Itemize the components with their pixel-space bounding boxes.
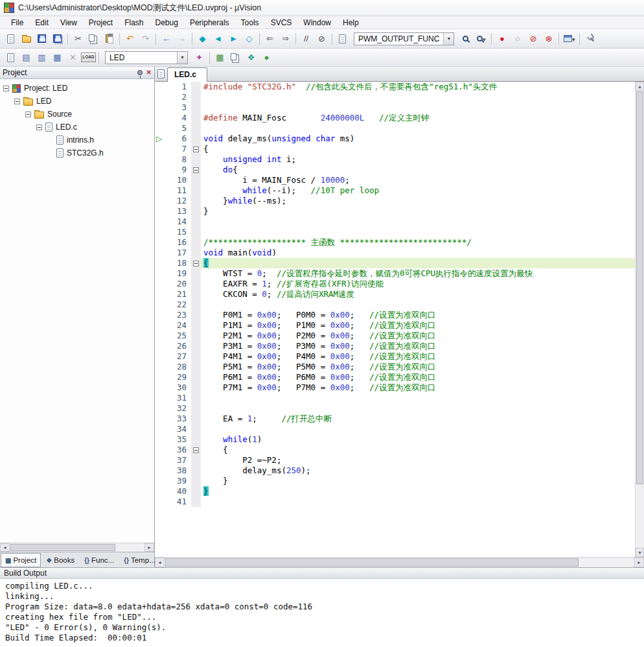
fold-collapse-icon[interactable]	[193, 447, 199, 453]
runtime-environment-icon[interactable]: ❖	[244, 51, 259, 65]
code-line-25[interactable]: 25 P2M1 = 0x00; P2M0 = 0x00; //设置为准双向口	[155, 331, 644, 341]
menu-svcs[interactable]: SVCS	[265, 16, 298, 29]
code-line-12[interactable]: 12 }while(--ms);	[155, 196, 644, 206]
code-line-19[interactable]: 19 WTST = 0; //设置程序指令延时参数，赋值为0可将CPU执行指令的…	[155, 268, 644, 279]
panel-tab-temp[interactable]: {}Temp...	[119, 553, 160, 567]
batch-build-icon[interactable]: ▦	[50, 51, 65, 65]
breakpoint-margin[interactable]	[155, 331, 165, 341]
code-line-3[interactable]: 3	[155, 102, 644, 113]
chevron-down-icon[interactable]	[443, 33, 454, 45]
code-line-11[interactable]: 11 while(--i); //10T per loop	[155, 185, 644, 196]
scroll-left-icon[interactable]	[0, 543, 10, 552]
collapse-icon[interactable]	[36, 124, 42, 130]
code-line-1[interactable]: 1#include "STC32G.h" //包含此头文件后，不需要再包含"re…	[155, 82, 644, 92]
scrollbar-thumb[interactable]	[165, 558, 579, 567]
breakpoint-margin[interactable]	[155, 497, 165, 507]
code-line-16[interactable]: 16/******************** 主函数 ************…	[155, 237, 644, 248]
breakpoint-kill-all-icon[interactable]: ⊗	[541, 32, 556, 46]
chevron-down-icon[interactable]	[177, 52, 187, 64]
breakpoint-margin[interactable]	[155, 258, 165, 268]
code-line-21[interactable]: 21 CKCON = 0; //提高访问XRAM速度	[155, 289, 644, 300]
menu-file[interactable]: File	[5, 16, 29, 29]
breakpoint-margin[interactable]	[155, 445, 165, 455]
breakpoint-margin[interactable]	[155, 175, 165, 185]
breakpoint-margin[interactable]	[155, 185, 165, 196]
uncomment-selection-icon[interactable]: ⊘	[314, 32, 329, 46]
cut-icon[interactable]: ✂	[71, 32, 86, 46]
pack-installer-icon[interactable]: ●	[259, 51, 274, 65]
menu-help[interactable]: Help	[337, 16, 365, 29]
breakpoint-margin[interactable]	[155, 351, 165, 362]
code-line-24[interactable]: 24 P1M1 = 0x00; P1M0 = 0x00; //设置为准双向口	[155, 320, 644, 331]
pin-icon[interactable]	[137, 70, 143, 75]
breakpoint-enable-icon[interactable]: ○	[510, 32, 525, 46]
window-layout-icon[interactable]	[562, 32, 577, 46]
fold-collapse-icon[interactable]	[193, 167, 199, 173]
paste-icon[interactable]	[102, 32, 117, 46]
breakpoint-margin[interactable]	[155, 393, 165, 403]
breakpoint-margin[interactable]	[155, 217, 165, 227]
breakpoint-margin[interactable]	[155, 113, 165, 123]
breakpoint-margin[interactable]	[155, 268, 165, 279]
breakpoint-margin[interactable]	[155, 486, 165, 497]
breakpoint-margin[interactable]	[155, 248, 165, 258]
tree-item-led[interactable]: LED	[0, 95, 154, 108]
code-line-33[interactable]: 33 EA = 1; //打开总中断	[155, 414, 644, 424]
breakpoint-margin[interactable]	[155, 476, 165, 486]
breakpoint-margin[interactable]	[155, 403, 165, 414]
code-line-26[interactable]: 26 P3M1 = 0x00; P3M0 = 0x00; //设置为准双向口	[155, 341, 644, 351]
breakpoint-margin[interactable]	[155, 289, 165, 300]
project-horizontal-scrollbar[interactable]	[0, 543, 154, 552]
tree-item-stc32g-h[interactable]: STC32G.h	[0, 147, 154, 159]
scroll-down-icon[interactable]	[636, 548, 644, 557]
code-line-18[interactable]: 18{	[155, 258, 644, 268]
tab-led-c[interactable]: LED.c	[167, 67, 207, 82]
breakpoint-margin[interactable]	[155, 465, 165, 476]
code-line-35[interactable]: 35 while(1)	[155, 434, 644, 445]
fold-collapse-icon[interactable]	[193, 147, 199, 152]
configure-icon[interactable]	[582, 32, 597, 46]
breakpoint-margin[interactable]	[155, 341, 165, 351]
breakpoint-margin[interactable]	[155, 154, 165, 165]
find-in-files-icon[interactable]	[458, 32, 473, 46]
breakpoint-margin[interactable]	[155, 102, 165, 113]
collapse-icon[interactable]	[25, 112, 31, 117]
breakpoint-margin[interactable]	[155, 165, 165, 175]
scroll-up-icon[interactable]	[636, 82, 644, 91]
menu-window[interactable]: Window	[297, 16, 337, 29]
menu-project[interactable]: Project	[83, 16, 119, 29]
panel-tab-books[interactable]: ❖Books	[41, 553, 79, 567]
breakpoint-disable-all-icon[interactable]: ⊘	[525, 32, 540, 46]
breakpoint-margin[interactable]	[155, 196, 165, 206]
build-icon[interactable]: ▤	[19, 51, 34, 65]
code-line-10[interactable]: 10 i = MAIN_Fosc / 10000;	[155, 175, 644, 185]
code-line-41[interactable]: 41	[155, 497, 644, 507]
breakpoint-margin[interactable]	[155, 144, 165, 154]
code-line-37[interactable]: 37 P2 =~P2;	[155, 455, 644, 465]
code-line-8[interactable]: 8 unsigned int i;	[155, 154, 644, 165]
code-line-34[interactable]: 34	[155, 424, 644, 434]
editor-vertical-scrollbar[interactable]	[635, 82, 644, 557]
target-select-combo[interactable]: LED	[105, 51, 188, 64]
code-line-14[interactable]: 14	[155, 217, 644, 227]
rebuild-all-icon[interactable]: ▥	[34, 51, 49, 65]
code-area[interactable]: 1#include "STC32G.h" //包含此头文件后，不需要再包含"re…	[155, 82, 644, 557]
code-line-36[interactable]: 36 {	[155, 445, 644, 455]
outdent-icon[interactable]: ⇐	[262, 32, 277, 46]
breakpoint-margin[interactable]	[155, 92, 165, 102]
code-line-39[interactable]: 39 }	[155, 476, 644, 486]
breakpoint-margin[interactable]	[155, 372, 165, 382]
breakpoint-margin[interactable]	[155, 279, 165, 289]
fold-collapse-icon[interactable]	[193, 261, 199, 266]
bookmark-clear-icon[interactable]: ◇	[242, 32, 257, 46]
breakpoint-margin[interactable]	[155, 362, 165, 372]
redo-icon[interactable]: ↷	[138, 32, 153, 46]
tree-item-intrins-h[interactable]: intrins.h	[0, 134, 154, 147]
menu-edit[interactable]: Edit	[29, 16, 54, 29]
breakpoint-margin[interactable]	[155, 455, 165, 465]
stop-build-icon[interactable]: ✕	[65, 51, 80, 65]
menu-peripherals[interactable]: Peripherals	[184, 16, 235, 29]
scroll-right-icon[interactable]	[144, 543, 154, 552]
code-line-5[interactable]: 5	[155, 123, 644, 134]
bookmark-next-icon[interactable]: ►	[226, 32, 241, 46]
